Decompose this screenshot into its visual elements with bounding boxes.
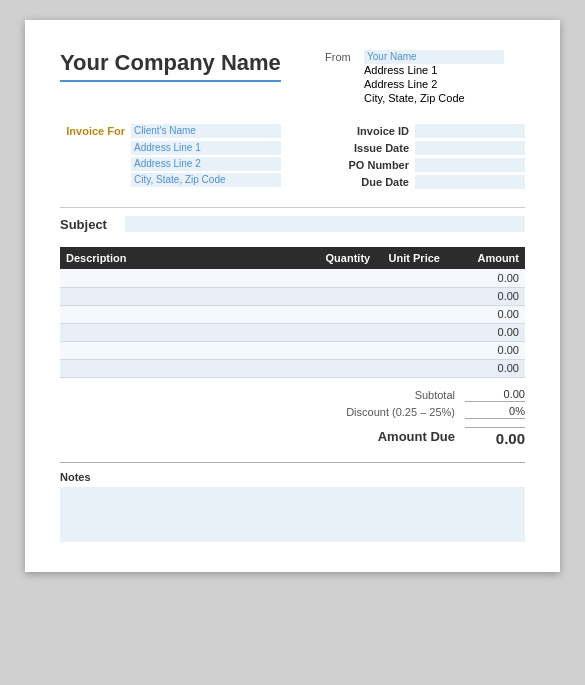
col-unit-price: Unit Price	[376, 247, 446, 269]
table-row: 0.00	[60, 359, 525, 377]
invoice-id-field[interactable]	[415, 124, 525, 138]
invoice-header: Your Company Name From Your Name Address…	[60, 50, 525, 104]
row-amount: 0.00	[446, 269, 525, 287]
discount-value[interactable]: 0%	[465, 405, 525, 419]
invoice-id-label: Invoice ID	[339, 125, 409, 137]
row-unit-price[interactable]	[376, 269, 446, 287]
row-quantity[interactable]	[316, 287, 376, 305]
from-name-field[interactable]: Your Name	[364, 50, 504, 64]
amount-due-label: Amount Due	[325, 429, 455, 444]
subject-section: Subject	[60, 207, 525, 232]
row-description[interactable]	[60, 341, 316, 359]
due-date-row: Due Date	[325, 175, 525, 189]
discount-label: Discount (0.25 – 25%)	[325, 406, 455, 418]
due-date-field[interactable]	[415, 175, 525, 189]
invoice-for-label: Invoice For	[60, 125, 125, 137]
po-number-field[interactable]	[415, 158, 525, 172]
from-name-row: From Your Name	[325, 50, 525, 64]
client-city-state-zip-field[interactable]: City, State, Zip Code	[131, 173, 281, 187]
client-block: Invoice For Client's Name Address Line 1…	[60, 124, 325, 192]
totals-section: Subtotal 0.00 Discount (0.25 – 25%) 0% A…	[60, 388, 525, 447]
from-block: From Your Name Address Line 1 Address Li…	[325, 50, 525, 104]
issue-date-field[interactable]	[415, 141, 525, 155]
row-unit-price[interactable]	[376, 323, 446, 341]
row-description[interactable]	[60, 359, 316, 377]
row-description[interactable]	[60, 269, 316, 287]
row-amount: 0.00	[446, 359, 525, 377]
subtotal-label: Subtotal	[325, 389, 455, 401]
client-address2-field[interactable]: Address Line 2	[131, 157, 281, 171]
from-city-state-zip-field[interactable]: City, State, Zip Code	[364, 92, 525, 104]
row-unit-price[interactable]	[376, 305, 446, 323]
subject-label: Subject	[60, 217, 115, 232]
row-description[interactable]	[60, 323, 316, 341]
from-label: From	[325, 51, 360, 63]
row-amount: 0.00	[446, 287, 525, 305]
row-unit-price[interactable]	[376, 287, 446, 305]
po-number-label: PO Number	[339, 159, 409, 171]
notes-label: Notes	[60, 471, 525, 483]
invoice-info-section: Invoice For Client's Name Address Line 1…	[60, 124, 525, 192]
amount-due-value: 0.00	[465, 427, 525, 447]
line-items-table: Description Quantity Unit Price Amount 0…	[60, 247, 525, 378]
row-quantity[interactable]	[316, 323, 376, 341]
notes-section: Notes	[60, 462, 525, 542]
subject-field[interactable]	[125, 216, 525, 232]
table-row: 0.00	[60, 341, 525, 359]
due-date-label: Due Date	[339, 176, 409, 188]
row-quantity[interactable]	[316, 359, 376, 377]
row-description[interactable]	[60, 305, 316, 323]
col-quantity: Quantity	[316, 247, 376, 269]
subtotal-value: 0.00	[465, 388, 525, 402]
table-row: 0.00	[60, 269, 525, 287]
amount-due-row: Amount Due 0.00	[275, 427, 525, 447]
col-description: Description	[60, 247, 316, 269]
table-row: 0.00	[60, 323, 525, 341]
row-description[interactable]	[60, 287, 316, 305]
issue-date-row: Issue Date	[325, 141, 525, 155]
po-number-row: PO Number	[325, 158, 525, 172]
row-amount: 0.00	[446, 323, 525, 341]
company-name-block: Your Company Name	[60, 50, 281, 104]
company-name[interactable]: Your Company Name	[60, 50, 281, 82]
table-header-row: Description Quantity Unit Price Amount	[60, 247, 525, 269]
discount-row: Discount (0.25 – 25%) 0%	[275, 405, 525, 419]
row-quantity[interactable]	[316, 341, 376, 359]
invoice-page: Your Company Name From Your Name Address…	[25, 20, 560, 572]
from-address2-field[interactable]: Address Line 2	[364, 78, 525, 90]
row-amount: 0.00	[446, 341, 525, 359]
client-address1-field[interactable]: Address Line 1	[131, 141, 281, 155]
row-quantity[interactable]	[316, 305, 376, 323]
col-amount: Amount	[446, 247, 525, 269]
subtotal-row: Subtotal 0.00	[275, 388, 525, 402]
row-quantity[interactable]	[316, 269, 376, 287]
row-unit-price[interactable]	[376, 359, 446, 377]
table-row: 0.00	[60, 287, 525, 305]
row-unit-price[interactable]	[376, 341, 446, 359]
table-row: 0.00	[60, 305, 525, 323]
notes-field[interactable]	[60, 487, 525, 542]
client-name-field[interactable]: Client's Name	[131, 124, 281, 138]
invoice-for-row: Invoice For Client's Name	[60, 124, 325, 138]
invoice-ids-block: Invoice ID Issue Date PO Number Due Date	[325, 124, 525, 192]
row-amount: 0.00	[446, 305, 525, 323]
from-address1-field[interactable]: Address Line 1	[364, 64, 525, 76]
client-address-block: Address Line 1 Address Line 2 City, Stat…	[131, 141, 325, 187]
issue-date-label: Issue Date	[339, 142, 409, 154]
invoice-id-row: Invoice ID	[325, 124, 525, 138]
